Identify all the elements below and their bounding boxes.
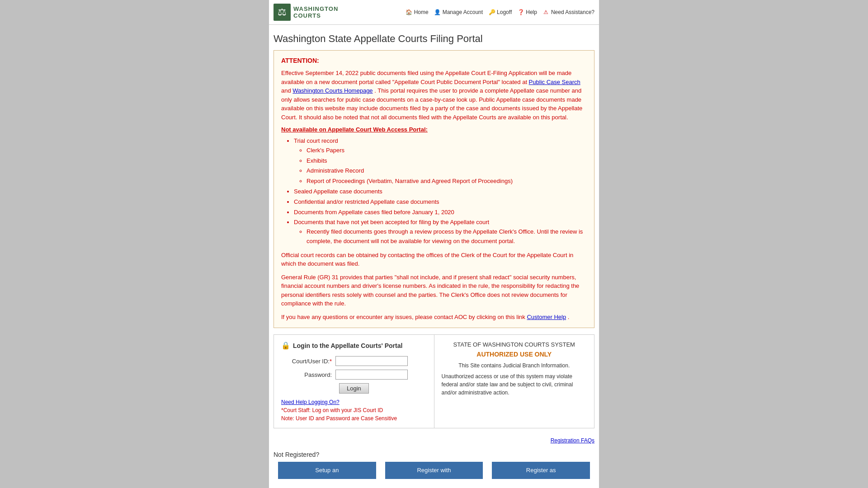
not-registered-label: Not Registered?	[274, 446, 594, 462]
attention-paragraph1: Effective September 14, 2022 public docu…	[281, 69, 587, 122]
help-icon: ❓	[517, 9, 524, 16]
page-title: Washington State Appellate Courts Filing…	[269, 25, 599, 50]
customer-help-link[interactable]: Customer Help	[527, 314, 566, 320]
logo-washington: WASHINGTON	[293, 5, 338, 12]
logoff-label: Logoff	[497, 9, 512, 15]
washington-courts-logo: ⚖	[274, 4, 291, 21]
court-user-id-input[interactable]	[335, 356, 408, 366]
logoff-link[interactable]: 🔑 Logoff	[488, 9, 512, 16]
need-help-logging-on-link[interactable]: Need Help Logging On?	[281, 399, 340, 405]
questions-text: If you have any questions or encounter a…	[281, 313, 587, 322]
attention-box: ATTENTION: Effective September 14, 2022 …	[274, 50, 594, 328]
password-label: Password:	[281, 371, 335, 378]
case-sensitive-note: Note: User ID and Password are Case Sens…	[281, 415, 427, 422]
manage-account-icon: 👤	[434, 9, 441, 16]
sub-bullet-item: Report of Proceedings (Verbatim, Narrati…	[307, 177, 587, 186]
not-available-list: Trial court recordClerk's PapersExhibits…	[281, 136, 587, 246]
help-link[interactable]: ❓ Help	[517, 9, 537, 16]
need-assistance-link[interactable]: ⚠ Need Assistance?	[542, 9, 594, 16]
state-title: STATE OF WASHINGTON COURTS SYSTEM	[453, 341, 575, 348]
navigation-bar: 🏠 Home 👤 Manage Account 🔑 Logoff ❓ Help …	[406, 9, 594, 16]
washington-courts-homepage-link[interactable]: Washington Courts Homepage	[292, 87, 373, 94]
bullet-item: Confidential and/or restricted Appellate…	[294, 197, 587, 207]
bullet-item: Documents that have not yet been accepte…	[294, 218, 587, 246]
login-header-label: Login to the Appellate Courts' Portal	[293, 342, 402, 349]
lower-section: 🔒 Login to the Appellate Courts' Portal …	[274, 334, 594, 428]
password-input[interactable]	[335, 370, 408, 380]
register-buttons-area: Setup an Register with Register as	[274, 462, 594, 479]
court-user-id-row: Court/User ID:*	[281, 356, 427, 366]
setup-account-button[interactable]: Setup an	[278, 462, 376, 479]
sub-bullet-item: Recently filed documents goes through a …	[307, 227, 587, 246]
court-user-id-label: Court/User ID:*	[281, 358, 335, 365]
warning-icon: ⚠	[542, 9, 550, 16]
state-panel: STATE OF WASHINGTON COURTS SYSTEM AUTHOR…	[434, 335, 594, 428]
logo-area: ⚖ WASHINGTON COURTS	[274, 4, 338, 21]
need-assistance-label: Need Assistance?	[551, 9, 594, 15]
sub-bullet-item: Clerk's Papers	[307, 146, 587, 155]
not-available-label: Not available on Appellate Court Web Acc…	[281, 126, 587, 133]
public-case-search-link[interactable]: Public Case Search	[529, 79, 580, 85]
lock-icon: 🔒	[281, 341, 290, 350]
home-label: Home	[414, 9, 429, 15]
sub-bullet-item: Exhibits	[307, 156, 587, 166]
login-button[interactable]: Login	[339, 383, 369, 394]
site-contains-text: This Site contains Judicial Branch Infor…	[458, 362, 570, 369]
manage-account-label: Manage Account	[443, 9, 483, 15]
login-panel: 🔒 Login to the Appellate Courts' Portal …	[274, 335, 434, 428]
official-text: Official court records can be obtained b…	[281, 251, 587, 268]
sub-bullet-item: Administrative Record	[307, 166, 587, 176]
bullet-item: Trial court recordClerk's PapersExhibits…	[294, 136, 587, 186]
svg-text:⚖: ⚖	[278, 6, 287, 18]
court-staff-label: *Court Staff: Log on with your JIS Court…	[281, 407, 427, 413]
logoff-icon: 🔑	[488, 9, 495, 16]
registration-faqs-link[interactable]: Registration FAQs	[551, 437, 594, 444]
login-help-area: Need Help Logging On? *Court Staff: Log …	[281, 399, 427, 422]
password-row: Password:	[281, 370, 427, 380]
home-link[interactable]: 🏠 Home	[406, 9, 429, 16]
bullet-item: Sealed Appellate case documents	[294, 187, 587, 197]
manage-account-link[interactable]: 👤 Manage Account	[434, 9, 483, 16]
authorized-use-label: AUTHORIZED USE ONLY	[476, 351, 552, 358]
bullet-item: Documents from Appellate cases filed bef…	[294, 208, 587, 217]
logo-courts: COURTS	[293, 12, 338, 19]
registration-faqs-area: Registration FAQs	[274, 435, 594, 446]
attention-label: ATTENTION:	[281, 57, 587, 64]
help-label: Help	[526, 9, 537, 15]
state-warning-text: Unauthorized access or use of this syste…	[442, 372, 587, 397]
register-as-button[interactable]: Register as	[492, 462, 590, 479]
register-with-button[interactable]: Register with	[385, 462, 483, 479]
home-icon: 🏠	[406, 9, 413, 16]
general-rule-text: General Rule (GR) 31 provides that parti…	[281, 273, 587, 308]
login-header: 🔒 Login to the Appellate Courts' Portal	[281, 341, 427, 350]
